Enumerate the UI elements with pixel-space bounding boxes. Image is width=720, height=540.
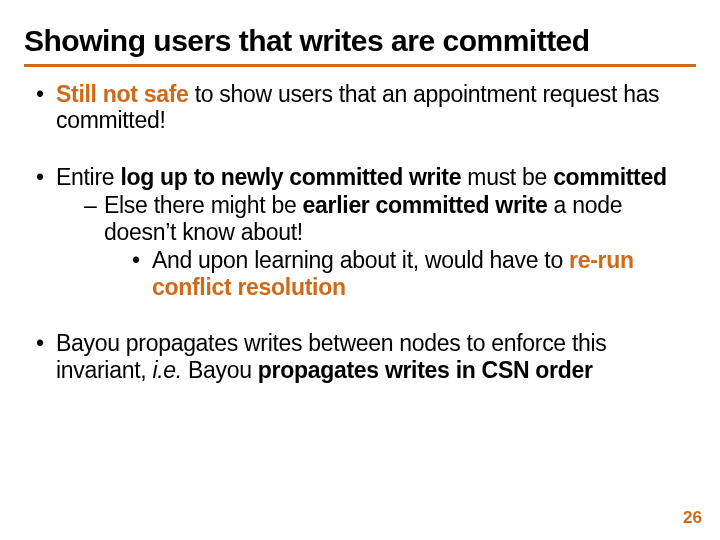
b2-t1: Entire xyxy=(56,164,120,190)
b2-t3: must be xyxy=(461,164,553,190)
b2-t4: committed xyxy=(553,164,667,190)
bullet-2-sub-sub-1: And upon learning about it, would have t… xyxy=(132,247,696,300)
slide-title: Showing users that writes are committed xyxy=(24,24,696,58)
b3-t3: Bayou xyxy=(182,357,258,383)
b2-t2: log up to newly committed write xyxy=(120,164,461,190)
page-number: 26 xyxy=(683,508,702,528)
b2s1-t2: earlier committed write xyxy=(303,192,548,218)
bullet-2-sub-sub: And upon learning about it, would have t… xyxy=(104,247,696,300)
b2s1-t1: Else there might be xyxy=(104,192,303,218)
bullet-3: Bayou propagates writes between nodes to… xyxy=(34,330,696,383)
bullet-1: Still not safe to show users that an app… xyxy=(34,81,696,134)
b2ss1-t1: And upon learning about it, would have t… xyxy=(152,247,569,273)
bullet-list: Still not safe to show users that an app… xyxy=(24,81,696,383)
bullet-2-sub: Else there might be earlier committed wr… xyxy=(56,192,696,300)
b1-emph: Still not safe xyxy=(56,81,189,107)
bullet-2-sub-1: Else there might be earlier committed wr… xyxy=(84,192,696,300)
slide: Showing users that writes are committed … xyxy=(0,0,720,540)
b3-t2: i.e. xyxy=(152,357,181,383)
bullet-2: Entire log up to newly committed write m… xyxy=(34,164,696,300)
title-rule xyxy=(24,64,696,67)
b3-t4: propagates writes in CSN order xyxy=(258,357,593,383)
